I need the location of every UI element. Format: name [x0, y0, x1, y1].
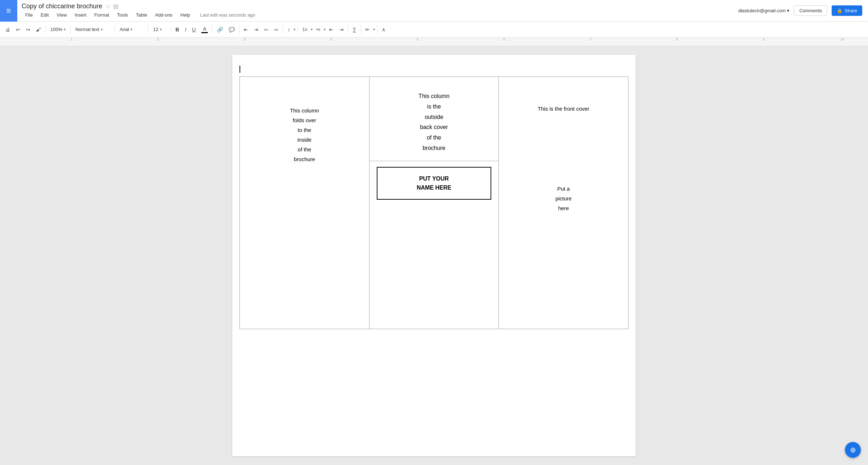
divider-1	[45, 25, 46, 34]
name-line1: PUT YOUR	[419, 176, 449, 182]
print-button[interactable]: 🖨	[3, 25, 12, 34]
app-logo[interactable]: ≡	[0, 0, 17, 22]
cursor-line	[240, 66, 240, 73]
zoom-select[interactable]: 100% ▾	[48, 25, 68, 34]
menu-addons[interactable]: Add-ons	[151, 11, 176, 19]
menu-format[interactable]: Format	[91, 11, 113, 19]
brochure-col2[interactable]: This columnis theoutsideback coverof the…	[369, 77, 499, 329]
font-size-select[interactable]: 12 ▾	[151, 25, 169, 34]
link-button[interactable]: 🔗	[215, 25, 225, 34]
col3-title: This is the front cover	[506, 84, 621, 112]
menu-insert[interactable]: Insert	[71, 11, 90, 19]
menu-bar: File Edit View Insert Format Tools Table…	[22, 11, 734, 19]
bullet-list-button[interactable]: •≡	[314, 26, 322, 34]
divider-12	[377, 25, 377, 34]
underline-button[interactable]: U	[190, 25, 198, 34]
hamburger-icon: ≡	[6, 7, 11, 15]
menu-file[interactable]: File	[22, 11, 36, 19]
star-icon[interactable]: ☆	[105, 3, 110, 10]
doc-title-row: Copy of chiccarine brochure ☆ ▤	[22, 3, 734, 10]
doc-area: This columnfolds overto theinsideof theb…	[0, 46, 868, 465]
italic-button[interactable]: I	[183, 25, 188, 34]
menu-edit[interactable]: Edit	[37, 11, 52, 19]
divider-2	[70, 25, 71, 34]
align-left-button[interactable]: ⇤	[242, 25, 250, 34]
divider-9	[297, 25, 298, 34]
divider-3	[115, 25, 115, 34]
share-button[interactable]: 🔒 Share	[832, 5, 862, 16]
col2-top-text: This columnis theoutsideback coverof the…	[370, 77, 499, 161]
page: This columnfolds overto theinsideof theb…	[232, 55, 636, 456]
divider-7	[239, 25, 240, 34]
paintformat-button[interactable]: 🖌	[34, 25, 43, 34]
indent-less-button[interactable]: ⇤	[327, 25, 336, 34]
text-color-button[interactable]: A	[199, 25, 210, 35]
comment-button[interactable]: 💬	[227, 25, 237, 34]
divider-11	[361, 25, 361, 34]
menu-help[interactable]: Help	[177, 11, 194, 19]
formula-button[interactable]: ∑	[350, 25, 358, 34]
divider-5	[171, 25, 171, 34]
col1-content: This columnfolds overto theinsideof theb…	[247, 84, 362, 164]
font-select[interactable]: Arial ▾	[117, 25, 146, 34]
comments-button[interactable]: Comments	[794, 5, 827, 16]
text-color-indicator	[201, 32, 208, 33]
bold-button[interactable]: B	[173, 25, 181, 34]
last-edit: Last edit was seconds ago	[200, 12, 255, 18]
brochure-col3[interactable]: This is the front cover Put apicturehere	[499, 77, 628, 329]
pen-button[interactable]: ✏	[363, 25, 372, 34]
ruler-inner: 1 2 3 4 5 6 7 8 9 10	[1, 37, 867, 46]
divider-8	[283, 25, 283, 34]
undo-button[interactable]: ↩	[14, 25, 22, 34]
numbered-list-button[interactable]: 1≡	[300, 26, 309, 34]
right-controls: dlastutech@gmail.com ▾ Comments 🔒 Share	[738, 5, 868, 16]
folder-icon[interactable]: ▤	[113, 3, 118, 10]
divider-6	[212, 25, 212, 34]
redo-button[interactable]: ↪	[24, 25, 32, 34]
indent-more-button[interactable]: ⇥	[337, 25, 346, 34]
divider-4	[148, 25, 148, 34]
name-box[interactable]: PUT YOUR NAME HERE	[377, 167, 492, 200]
brochure-col1[interactable]: This columnfolds overto theinsideof theb…	[240, 77, 370, 329]
user-email[interactable]: dlastutech@gmail.com ▾	[738, 8, 790, 13]
align-justify-button[interactable]: ⇨	[272, 25, 281, 34]
col2-bottom-space	[370, 205, 499, 278]
name-line2: NAME HERE	[417, 185, 451, 191]
divider-10	[348, 25, 348, 34]
floating-action-button[interactable]: ⊕	[845, 442, 861, 458]
lock-icon: 🔒	[837, 8, 842, 13]
top-bar: ≡ Copy of chiccarine brochure ☆ ▤ File E…	[0, 0, 868, 22]
style-select[interactable]: Normal text ▾	[73, 25, 112, 34]
toolbar: 🖨 ↩ ↪ 🖌 100% ▾ Normal text ▾ Arial ▾ 12 …	[0, 22, 868, 37]
align-center-button[interactable]: ⇥	[252, 25, 260, 34]
menu-tools[interactable]: Tools	[113, 11, 131, 19]
title-area: Copy of chiccarine brochure ☆ ▤ File Edi…	[17, 0, 738, 22]
menu-view[interactable]: View	[53, 11, 70, 19]
brochure-table: This columnfolds overto theinsideof theb…	[240, 76, 628, 329]
align-right-button[interactable]: ⇦	[262, 25, 270, 34]
ruler: 1 2 3 4 5 6 7 8 9 10	[0, 37, 868, 46]
brochure-row: This columnfolds overto theinsideof theb…	[240, 77, 628, 329]
collapse-button[interactable]: ∧	[380, 25, 388, 34]
line-spacing-button[interactable]: ↕	[285, 25, 292, 34]
menu-table[interactable]: Table	[132, 11, 151, 19]
col1-text: This columnfolds overto theinsideof theb…	[290, 107, 319, 162]
doc-title: Copy of chiccarine brochure	[22, 3, 102, 10]
col3-picture: Put apicturehere	[506, 184, 621, 213]
